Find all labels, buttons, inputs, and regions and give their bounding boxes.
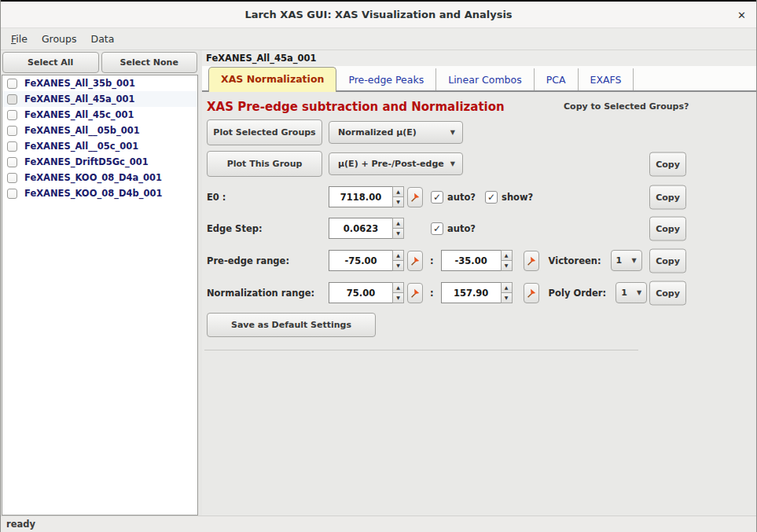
chevron-down-icon: ▼ — [450, 129, 455, 136]
copy-norm-button[interactable]: Copy — [649, 281, 686, 305]
group-list-item[interactable]: FeXANES_DriftD5Gc_001 — [2, 154, 197, 170]
normalization-panel: XAS Pre-edge subtraction and Normalizati… — [202, 92, 756, 515]
select-none-button[interactable]: Select None — [101, 52, 198, 73]
status-text: ready — [6, 519, 35, 530]
plot-this-row: Plot This Group μ(E) + Pre-/Post-edge ▼ … — [207, 151, 756, 177]
tab-pre-edge-peaks[interactable]: Pre-edge Peaks — [336, 68, 436, 90]
group-checkbox[interactable] — [7, 189, 17, 199]
group-list[interactable]: FeXANES_All_35b_001FeXANES_All_45a_001Fe… — [2, 75, 198, 515]
tab-linear-combos[interactable]: Linear Combos — [436, 68, 534, 90]
poly-order-choice[interactable]: 1 ▼ — [616, 282, 647, 303]
copy-pre-edge-button[interactable]: Copy — [649, 248, 686, 273]
pre-edge-from-pin-button[interactable] — [407, 251, 423, 271]
norm-from-pin-button[interactable] — [407, 283, 423, 303]
e0-auto-checkbox[interactable]: ✓ — [431, 191, 443, 204]
group-checkbox[interactable] — [7, 94, 17, 105]
pre-edge-to-spinner[interactable]: -35.00 ▲ ▼ — [441, 250, 513, 271]
plot-this-group-button[interactable]: Plot This Group — [207, 151, 322, 177]
plot-selected-groups-button[interactable]: Plot Selected Groups — [207, 119, 322, 145]
group-label: FeXANES_All_45c_001 — [24, 109, 134, 120]
e0-label: E0 : — [207, 192, 329, 203]
edge-step-auto-checkbox[interactable]: ✓ — [431, 222, 443, 235]
group-label: FeXANES_KOO_08_D4b_001 — [24, 188, 162, 199]
section-divider — [204, 350, 638, 350]
group-list-item[interactable]: FeXANES_All_35b_001 — [2, 75, 197, 91]
norm-from-spinner[interactable]: 75.00 ▲ ▼ — [329, 282, 404, 303]
victoreen-label: Victoreen: — [549, 255, 601, 266]
norm-to-value[interactable]: 157.90 — [441, 282, 501, 303]
norm-to-pin-button[interactable] — [524, 283, 539, 303]
group-checkbox[interactable] — [7, 126, 17, 136]
group-list-item[interactable]: FeXANES_KOO_08_D4b_001 — [2, 185, 197, 201]
plot-this-choice-value: μ(E) + Pre-/Post-edge — [338, 159, 444, 169]
group-checkbox[interactable] — [7, 110, 17, 120]
main-panel: FeXANES_All_45a_001 XAS NormalizationPre… — [202, 50, 756, 515]
pin-icon — [526, 288, 537, 299]
spin-up-icon[interactable]: ▲ — [392, 250, 404, 261]
pre-edge-range-row: Pre-edge range: -75.00 ▲ ▼ — [207, 248, 756, 273]
tab-xas-normalization[interactable]: XAS Normalization — [208, 67, 336, 92]
copy-e0-button[interactable]: Copy — [649, 185, 686, 209]
e0-pin-button[interactable] — [407, 187, 423, 207]
e0-spinner[interactable]: 7118.00 ▲ ▼ — [329, 186, 404, 207]
norm-to-spinner[interactable]: 157.90 ▲ ▼ — [441, 282, 513, 303]
plot-this-choice[interactable]: μ(E) + Pre-/Post-edge ▼ — [329, 152, 463, 175]
normalization-range-label: Normalization range: — [207, 288, 329, 299]
spin-up-icon[interactable]: ▲ — [501, 250, 513, 261]
spin-down-icon[interactable]: ▼ — [392, 229, 404, 239]
norm-from-value[interactable]: 75.00 — [329, 282, 392, 303]
menu-groups[interactable]: Groups — [35, 30, 84, 48]
window-title: Larch XAS GUI: XAS Visualization and Ana… — [244, 9, 512, 20]
pre-edge-from-spinner[interactable]: -75.00 ▲ ▼ — [329, 250, 404, 271]
menu-file[interactable]: File — [4, 30, 35, 48]
pin-icon — [410, 288, 421, 299]
tab-exafs[interactable]: EXAFS — [579, 68, 634, 90]
titlebar: Larch XAS GUI: XAS Visualization and Ana… — [1, 2, 756, 28]
app-window: Larch XAS GUI: XAS Visualization and Ana… — [0, 0, 757, 532]
group-list-item[interactable]: FeXANES_All__05c_001 — [2, 138, 197, 154]
group-checkbox[interactable] — [7, 141, 17, 152]
pre-edge-to-pin-button[interactable] — [524, 251, 539, 271]
spin-up-icon[interactable]: ▲ — [392, 186, 404, 197]
menubar: FileGroupsData — [1, 28, 756, 50]
pre-edge-range-label: Pre-edge range: — [207, 255, 329, 266]
save-default-settings-button[interactable]: Save as Default Settings — [207, 313, 376, 337]
group-label: FeXANES_All__05b_001 — [24, 125, 140, 136]
pre-edge-to-value[interactable]: -35.00 — [441, 250, 501, 271]
poly-order-label: Poly Order: — [549, 288, 607, 299]
spin-down-icon[interactable]: ▼ — [501, 261, 513, 271]
menu-data[interactable]: Data — [84, 30, 122, 48]
plot-selected-choice[interactable]: Normalized μ(E) ▼ — [329, 121, 463, 144]
group-list-item[interactable]: FeXANES_All__05b_001 — [2, 123, 197, 138]
e0-show-checkbox[interactable]: ✓ — [485, 191, 498, 204]
copy-plot-button[interactable]: Copy — [649, 152, 686, 176]
group-label: FeXANES_All_35b_001 — [24, 78, 135, 89]
copy-edge-step-button[interactable]: Copy — [649, 216, 686, 240]
close-icon[interactable]: ✕ — [737, 9, 746, 20]
e0-value[interactable]: 7118.00 — [329, 186, 392, 207]
spin-up-icon[interactable]: ▲ — [392, 282, 404, 293]
group-checkbox[interactable] — [7, 79, 17, 89]
group-list-item[interactable]: FeXANES_All_45c_001 — [2, 107, 197, 123]
select-all-button[interactable]: Select All — [2, 52, 99, 73]
spin-up-icon[interactable]: ▲ — [501, 282, 513, 293]
spin-down-icon[interactable]: ▼ — [392, 261, 404, 271]
victoreen-order-choice[interactable]: 1 ▼ — [611, 250, 642, 271]
spin-down-icon[interactable]: ▼ — [392, 197, 404, 207]
group-checkbox[interactable] — [7, 173, 17, 183]
tab-pca[interactable]: PCA — [535, 68, 579, 90]
spin-down-icon[interactable]: ▼ — [392, 293, 404, 303]
group-list-item[interactable]: FeXANES_All_45a_001 — [2, 91, 197, 107]
check-icon: ✓ — [433, 224, 441, 233]
group-label: FeXANES_All__05c_001 — [24, 141, 138, 152]
edge-step-spinner[interactable]: 0.0623 ▲ ▼ — [329, 218, 404, 239]
group-label: FeXANES_KOO_08_D4a_001 — [24, 172, 162, 183]
pre-edge-from-value[interactable]: -75.00 — [329, 250, 392, 271]
spin-up-icon[interactable]: ▲ — [392, 218, 404, 229]
spin-down-icon[interactable]: ▼ — [501, 293, 513, 303]
chevron-down-icon: ▼ — [450, 160, 455, 167]
group-checkbox[interactable] — [7, 157, 17, 167]
group-list-item[interactable]: FeXANES_KOO_08_D4a_001 — [2, 170, 197, 185]
edge-step-auto-label: auto? — [447, 223, 476, 234]
edge-step-value[interactable]: 0.0623 — [329, 218, 392, 239]
